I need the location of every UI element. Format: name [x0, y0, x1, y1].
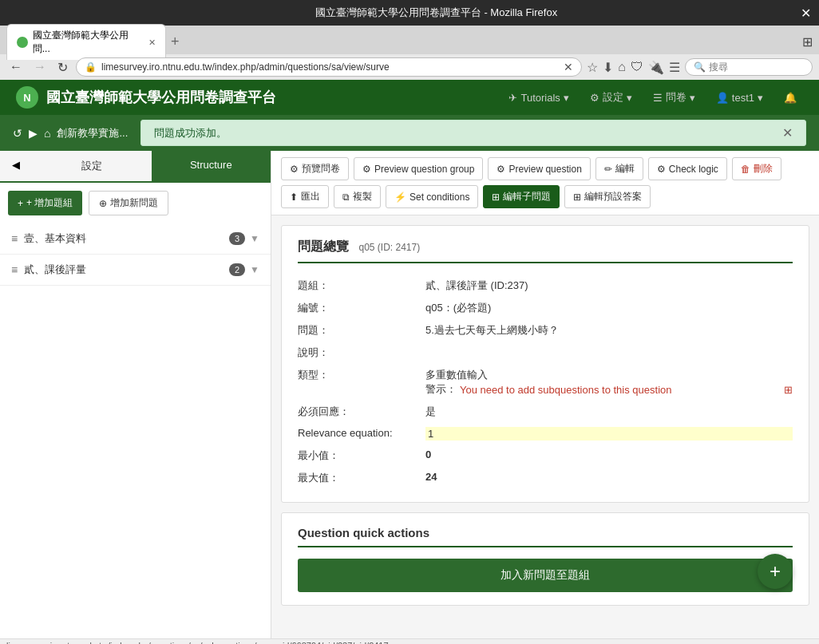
address-bar: ← → ↻ 🔒 limesurvey.iro.ntnu.edu.tw/index… [0, 54, 819, 80]
question-overview: 問題總覽 q05 (ID: 2417) 題組： 貳、課後評量 (ID:237) … [281, 225, 809, 503]
success-message: 問題成功添加。 ✕ [140, 120, 806, 146]
add-group-button[interactable]: + + 增加題組 [8, 191, 82, 215]
extension-icon[interactable]: 🔌 [648, 60, 664, 75]
tutorials-icon: ✈ [508, 92, 517, 104]
sidebar-toggle-button[interactable]: ◀ [0, 151, 32, 181]
forward-button[interactable]: → [30, 58, 49, 76]
new-tab-button[interactable]: + [171, 34, 180, 50]
eye-group-icon: ⚙ [362, 164, 371, 175]
toggle-icon: ◀ [12, 159, 20, 171]
content-area: ⚙ 預覽問卷 ⚙ Preview question group ⚙ Previe… [271, 151, 819, 638]
download-icon[interactable]: ⬇ [603, 60, 613, 75]
back-button[interactable]: ← [6, 58, 26, 76]
bookmark-icon[interactable]: ☆ [587, 60, 598, 75]
grid-icon[interactable]: ⊞ [802, 34, 813, 49]
header-nav: ✈ Tutorials ▾ ⚙ 設定 ▾ ☰ 問卷 ▾ 👤 test1 ▾ 🔔 [502, 87, 803, 108]
sidebar-item-group1[interactable]: ≡ 壹、基本資料 3 ▼ [0, 223, 271, 255]
warning-value: You need to add subquestions to this que… [460, 384, 781, 396]
add-question-button[interactable]: ⊕ 增加新問題 [89, 191, 168, 215]
quick-actions-title: Question quick actions [298, 526, 793, 547]
check-logic-icon: ⚙ [657, 164, 666, 175]
group-value: 貳、課後評量 (ID:237) [425, 279, 793, 293]
export-icon: ⬆ [290, 192, 298, 203]
nav-tutorials[interactable]: ✈ Tutorials ▾ [502, 89, 575, 107]
preview-question-button[interactable]: ⚙ Preview question [488, 157, 590, 180]
warning-row: 警示： You need to add subquestions to this… [425, 382, 793, 397]
shield-icon[interactable]: 🛡 [631, 60, 643, 74]
title-bar: 國立臺灣師範大學公用問卷調查平台 - Mozilla Firefox ✕ [0, 0, 819, 26]
status-url: limesurvey.iro.ntnu.edu.tw/index.php/que… [6, 641, 389, 644]
window-close-button[interactable]: ✕ [801, 6, 811, 21]
add-group-icon: + [18, 198, 23, 209]
type-value: 多重數值輸入 警示： You need to add subquestions … [425, 368, 793, 397]
add-question-icon: ⊕ [99, 198, 107, 209]
preview-survey-button[interactable]: ⚙ 預覽問卷 [281, 157, 349, 180]
code-label: 編號： [298, 301, 425, 315]
url-bar[interactable]: 🔒 limesurvey.iro.ntnu.edu.tw/index.php/a… [76, 57, 582, 77]
url-reload-icon[interactable]: ✕ [564, 61, 573, 73]
nav-settings[interactable]: ⚙ 設定 ▾ [584, 87, 639, 108]
fab-button[interactable]: + [758, 554, 793, 589]
sidebar-item-group2[interactable]: ≡ 貳、課後評量 2 ▼ [0, 255, 271, 286]
edit-subquestion-button[interactable]: ⊞ 編輯子問題 [483, 185, 560, 208]
gear-icon: ⚙ [290, 164, 299, 175]
app-logo: N [16, 86, 38, 109]
status-bar: limesurvey.iro.ntnu.edu.tw/index.php/que… [0, 638, 819, 644]
info-row-group: 題組： 貳、課後評量 (ID:237) [298, 275, 793, 297]
breadcrumb-forward-icon[interactable]: ▶ [29, 127, 38, 140]
breadcrumb-home-icon[interactable]: ⌂ [44, 127, 50, 140]
window-title: 國立臺灣師範大學公用問卷調查平台 - Mozilla Firefox [72, 6, 801, 20]
tab-settings[interactable]: 設定 [32, 151, 152, 181]
set-conditions-button[interactable]: ⚡ Set conditions [386, 185, 478, 208]
defaults-icon: ⊞ [573, 192, 581, 203]
reload-button[interactable]: ↻ [54, 58, 71, 77]
tab-structure[interactable]: Structure [152, 151, 271, 181]
search-box[interactable]: 🔍 [685, 58, 813, 76]
info-row-max: 最大值： 24 [298, 467, 793, 489]
tab-close-button[interactable]: ✕ [148, 38, 156, 48]
warning-icon: ⊞ [784, 384, 793, 396]
tutorials-chevron: ▾ [564, 92, 569, 104]
nav-surveys[interactable]: ☰ 問卷 ▾ [647, 87, 702, 108]
info-row-question: 問題： 5.過去七天每天上網幾小時？ [298, 319, 793, 342]
user-icon: 👤 [716, 92, 729, 104]
drag-icon-2: ≡ [11, 263, 18, 276]
nav-bell[interactable]: 🔔 [777, 89, 803, 107]
info-row-min: 最小值： 0 [298, 444, 793, 467]
edit-defaults-button[interactable]: ⊞ 編輯預設答案 [564, 185, 651, 208]
add-to-group-button[interactable]: 加入新問題至題組 [298, 559, 793, 592]
min-label: 最小值： [298, 448, 425, 463]
sidebar-item-badge-2: 2 [229, 263, 245, 276]
overview-subtitle: q05 (ID: 2417) [358, 242, 420, 253]
pencil-icon: ✏ [604, 164, 612, 175]
relevance-label: Relevance equation: [298, 427, 425, 441]
preview-group-button[interactable]: ⚙ Preview question group [354, 157, 483, 180]
home-icon[interactable]: ⌂ [618, 60, 626, 74]
bell-icon: 🔔 [784, 92, 797, 104]
group-label: 題組： [298, 279, 425, 293]
max-label: 最大值： [298, 471, 425, 485]
delete-button[interactable]: 🗑 刪除 [732, 157, 781, 180]
required-value: 是 [425, 405, 793, 419]
nav-user[interactable]: 👤 test1 ▾ [710, 89, 770, 107]
quick-actions: Question quick actions 加入新問題至題組 + [281, 512, 809, 606]
tab-favicon [17, 37, 28, 48]
search-input[interactable] [709, 61, 789, 73]
success-text: 問題成功添加。 [154, 126, 227, 140]
main-layout: ◀ 設定 Structure + + 增加題組 ⊕ 增加新問題 ≡ 壹、基本資料… [0, 151, 819, 638]
sidebar-item-label-1: 壹、基本資料 [24, 231, 229, 246]
chevron-down-icon-2: ▼ [250, 264, 259, 275]
export-button[interactable]: ⬆ 匯出 [281, 185, 329, 208]
sidebar-resize-handle[interactable] [816, 0, 819, 644]
menu-icon[interactable]: ☰ [669, 60, 680, 75]
breadcrumb-project[interactable]: 創新教學實施... [57, 126, 128, 140]
success-close-button[interactable]: ✕ [782, 125, 793, 140]
surveys-icon: ☰ [653, 92, 663, 104]
edit-button[interactable]: ✏ 編輯 [595, 157, 643, 180]
address-actions: ☆ ⬇ ⌂ 🛡 🔌 ☰ [587, 60, 680, 75]
question-value: 5.過去七天每天上網幾小時？ [425, 323, 793, 338]
check-logic-button[interactable]: ⚙ Check logic [648, 157, 727, 180]
breadcrumb-refresh-icon[interactable]: ↺ [13, 127, 22, 140]
browser-tab-active[interactable]: 國立臺灣師範大學公用問... ✕ [6, 24, 166, 60]
copy-button[interactable]: ⧉ 複製 [334, 185, 381, 208]
